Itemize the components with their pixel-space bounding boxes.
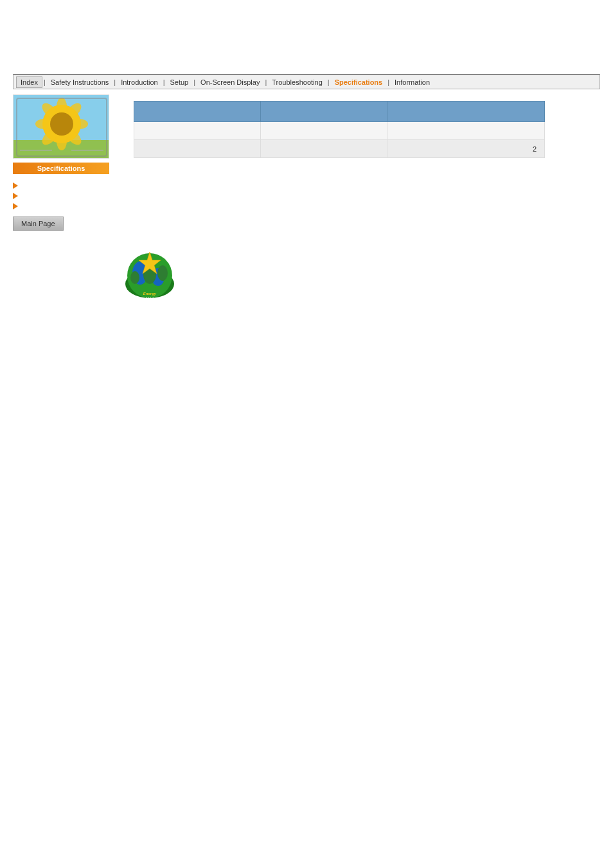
main-page-button[interactable]: Main Page [13, 217, 64, 231]
nav-information[interactable]: Information [391, 76, 434, 88]
energy-star-area: Energy STAR [116, 249, 613, 302]
content-area: 2 [129, 89, 600, 236]
svg-text:STAR: STAR [146, 296, 154, 300]
arrow-icon-3 [13, 203, 18, 209]
navigation-bar: Index | Safety Instructions | Introducti… [13, 74, 600, 89]
nav-intro[interactable]: Introduction [117, 76, 161, 88]
nav-specifications[interactable]: Specifications [331, 76, 387, 88]
arrow-item-3[interactable] [13, 201, 129, 211]
specs-table: 2 [134, 101, 545, 158]
nav-sep-5: | [263, 78, 268, 86]
svg-point-22 [157, 265, 168, 281]
nav-osd[interactable]: On-Screen Display [197, 76, 263, 88]
nav-sep-7: | [386, 78, 391, 86]
nav-sep-3: | [162, 78, 166, 86]
arrow-item-2[interactable] [13, 191, 129, 201]
nav-sep-6: | [326, 78, 331, 86]
svg-rect-13 [20, 150, 52, 151]
nav-sep-2: | [112, 78, 117, 86]
svg-rect-14 [71, 150, 103, 151]
data-col3-row2: 2 [387, 140, 544, 158]
energy-star-logo: Energy STAR [121, 249, 179, 300]
data-col2-row2 [260, 140, 387, 158]
header-col1 [134, 102, 261, 122]
nav-sep-4: | [192, 78, 197, 86]
nav-index[interactable]: Index [16, 76, 42, 88]
arrow-item-1[interactable] [13, 181, 129, 191]
nav-troubleshooting[interactable]: Troubleshooting [268, 76, 326, 88]
data-col2-row1 [260, 122, 387, 140]
arrow-icon-1 [13, 182, 18, 189]
svg-point-11 [50, 112, 73, 136]
data-col1-row2 [134, 140, 261, 158]
sidebar: Specifications Main Page [13, 89, 129, 236]
svg-text:Energy: Energy [143, 292, 157, 296]
specs-thumbnail [13, 94, 109, 159]
table-row: 2 [134, 140, 545, 158]
arrow-icon-2 [13, 193, 18, 199]
nav-safety[interactable]: Safety Instructions [47, 76, 113, 88]
nav-sep-1: | [42, 78, 47, 86]
header-col2 [260, 102, 387, 122]
main-content: Specifications Main Page [13, 89, 600, 236]
specs-section-label: Specifications [13, 163, 109, 174]
table-row [134, 122, 545, 140]
nav-setup[interactable]: Setup [166, 76, 192, 88]
data-col3-row1 [387, 122, 544, 140]
table-header-row [134, 102, 545, 122]
svg-point-21 [130, 271, 139, 284]
data-col1-row1 [134, 122, 261, 140]
header-col3 [387, 102, 544, 122]
